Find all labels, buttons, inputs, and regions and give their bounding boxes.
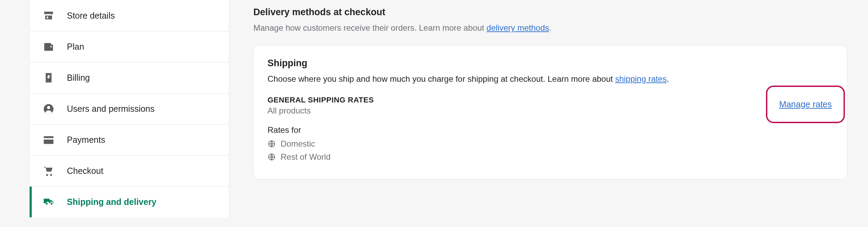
sidebar-item-label: Payments: [67, 135, 105, 145]
shipping-card: Shipping Choose where you ship and how m…: [253, 45, 847, 179]
svg-point-1: [47, 106, 50, 109]
sidebar-item-label: Store details: [67, 11, 115, 21]
section-desc-suffix: .: [549, 23, 552, 32]
sidebar-item-label: Checkout: [67, 166, 103, 176]
card-desc-text: Choose where you ship and how much you c…: [268, 74, 615, 83]
main-content: Delivery methods at checkout Manage how …: [229, 0, 868, 227]
sidebar-item-store-details[interactable]: Store details: [30, 0, 229, 31]
globe-icon: [268, 140, 276, 148]
section-description: Manage how customers receive their order…: [253, 23, 847, 33]
sidebar-item-checkout[interactable]: Checkout: [30, 155, 229, 186]
rate-row: Domestic: [268, 139, 833, 149]
general-rates-sub: All products: [268, 106, 374, 116]
sidebar-item-shipping[interactable]: Shipping and delivery: [30, 186, 229, 217]
rate-label: Domestic: [281, 139, 315, 149]
rate-label: Rest of World: [281, 152, 331, 162]
manage-rates-link[interactable]: Manage rates: [779, 99, 832, 109]
receipt-icon: [42, 71, 55, 85]
rates-for-label: Rates for: [268, 125, 833, 135]
delivery-methods-link[interactable]: delivery methods: [486, 23, 549, 32]
sidebar-item-label: Billing: [67, 73, 90, 83]
sidebar-item-payments[interactable]: Payments: [30, 124, 229, 155]
card-title: Shipping: [268, 58, 833, 69]
rate-row: Rest of World: [268, 152, 833, 162]
sidebar-item-label: Shipping and delivery: [67, 197, 157, 207]
card-desc-suffix: .: [667, 74, 669, 83]
globe-icon: [268, 153, 276, 161]
sidebar-item-billing[interactable]: Billing: [30, 62, 229, 93]
settings-sidebar: Store details Plan Billing Users and per…: [29, 0, 229, 217]
user-icon: [42, 102, 55, 116]
shipping-rates-link[interactable]: shipping rates: [615, 74, 667, 83]
general-rates-heading: GENERAL SHIPPING RATES: [268, 96, 374, 105]
sidebar-item-users[interactable]: Users and permissions: [30, 93, 229, 124]
card-description: Choose where you ship and how much you c…: [268, 74, 833, 84]
sidebar-item-plan[interactable]: Plan: [30, 31, 229, 62]
section-title: Delivery methods at checkout: [253, 7, 847, 18]
cart-icon: [42, 165, 55, 178]
card-icon: [42, 134, 55, 147]
store-icon: [42, 9, 55, 22]
truck-icon: [42, 196, 55, 209]
manage-rates-highlight: Manage rates: [766, 86, 845, 123]
sidebar-item-label: Plan: [67, 42, 84, 52]
section-desc-text: Manage how customers receive their order…: [253, 23, 486, 32]
sidebar-item-label: Users and permissions: [67, 104, 154, 114]
wallet-icon: [42, 40, 55, 53]
